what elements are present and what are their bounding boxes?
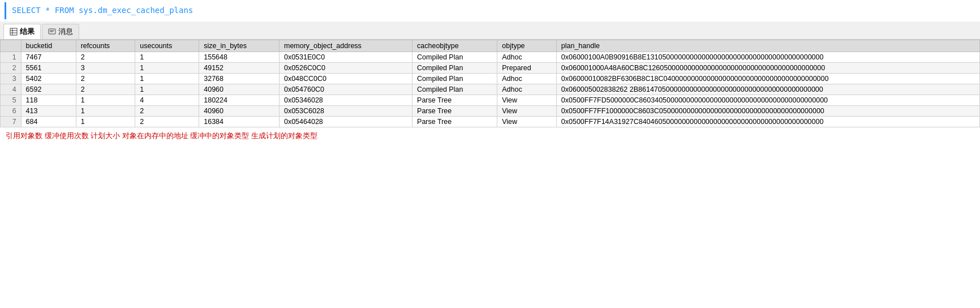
sql-area: SELECT * FROM sys.dm_exec_cached_plans (5, 2, 975, 19)
cell-usecounts: 1 (135, 52, 199, 63)
table-row: 4659221409600x054760C0Compiled PlanAdhoc… (1, 84, 980, 95)
cell-plan_handle: 0x0500FF7F14A31927C840460500000000000000… (556, 117, 979, 127)
cell-usecounts: 2 (135, 117, 199, 127)
table-icon (10, 28, 18, 36)
cell-memory_object_address: 0x053C6028 (279, 106, 412, 117)
cell-size_in_bytes: 40960 (199, 106, 280, 117)
cell-memory_object_address: 0x054760C0 (279, 84, 412, 95)
col-memory-object-address: memory_object_address (279, 40, 412, 52)
cell-memory_object_address: 0x05464028 (279, 117, 412, 127)
cell-refcounts: 1 (76, 106, 135, 117)
cell-refcounts: 2 (76, 84, 135, 95)
cell-bucketid: 6592 (21, 84, 76, 95)
cell-objtype: Adhoc (497, 84, 557, 95)
cell-plan_handle: 0x0500FF7FF1000000C8603C0500000000000000… (556, 106, 979, 117)
cell-objtype: View (497, 117, 557, 127)
row-num-cell: 1 (1, 52, 22, 63)
cell-cacheobjtype: Compiled Plan (412, 52, 497, 63)
table-row: 5118141802240x05346028Parse TreeView0x05… (1, 95, 980, 106)
table-row: 2556131491520x0526C0C0Compiled PlanPrepa… (1, 63, 980, 74)
cell-bucketid: 118 (21, 95, 76, 106)
cell-refcounts: 2 (76, 74, 135, 84)
results-area: bucketid refcounts usecounts size_in_byt… (0, 40, 980, 127)
message-icon (48, 28, 56, 36)
col-plan-handle: plan_handle (556, 40, 979, 52)
cell-size_in_bytes: 16384 (199, 117, 280, 127)
cell-plan_handle: 0x060005002838262 2B86147050000000000000… (556, 84, 979, 95)
cell-size_in_bytes: 40960 (199, 84, 280, 95)
col-objtype: objtype (497, 40, 557, 52)
cell-objtype: View (497, 106, 557, 117)
cell-cacheobjtype: Compiled Plan (412, 74, 497, 84)
annotations-text: 引用对象数 缓冲使用次数 计划大小 对象在内存中的地址 缓冲中的对象类型 生成计… (6, 131, 317, 140)
col-rownum (1, 40, 22, 52)
cell-bucketid: 413 (21, 106, 76, 117)
table-header-row: bucketid refcounts usecounts size_in_byt… (1, 40, 980, 52)
cell-usecounts: 1 (135, 74, 199, 84)
cell-refcounts: 3 (76, 63, 135, 74)
cell-usecounts: 2 (135, 106, 199, 117)
cell-cacheobjtype: Parse Tree (412, 95, 497, 106)
col-cacheobjtype: cacheobjtype (412, 40, 497, 52)
svg-rect-0 (10, 28, 17, 35)
cell-size_in_bytes: 32768 (199, 74, 280, 84)
cell-refcounts: 1 (76, 117, 135, 127)
cell-memory_object_address: 0x0526C0C0 (279, 63, 412, 74)
tab-results[interactable]: 结果 (3, 24, 41, 39)
tab-results-label: 结果 (20, 27, 35, 37)
tab-messages[interactable]: 消息 (42, 24, 79, 39)
cell-size_in_bytes: 49152 (199, 63, 280, 74)
cell-refcounts: 2 (76, 52, 135, 63)
table-row: 3540221327680x048CC0C0Compiled PlanAdhoc… (1, 74, 980, 84)
row-num-cell: 2 (1, 63, 22, 74)
cell-bucketid: 5402 (21, 74, 76, 84)
cell-usecounts: 1 (135, 63, 199, 74)
table-row: 768412163840x05464028Parse TreeView0x050… (1, 117, 980, 127)
col-refcounts: refcounts (76, 40, 135, 52)
col-bucketid: bucketid (21, 40, 76, 52)
cell-size_in_bytes: 155648 (199, 52, 280, 63)
col-size-in-bytes: size_in_bytes (199, 40, 280, 52)
cell-usecounts: 4 (135, 95, 199, 106)
row-num-cell: 7 (1, 117, 22, 127)
table-row: 17467211556480x0531E0C0Compiled PlanAdho… (1, 52, 980, 63)
tabs-bar: 结果 消息 (0, 22, 980, 40)
cell-plan_handle: 0x0500FF7FD5000000C860340500000000000000… (556, 95, 979, 106)
cell-plan_handle: 0x060001000A48A60CB8C1260500000000000000… (556, 63, 979, 74)
cell-memory_object_address: 0x05346028 (279, 95, 412, 106)
cell-memory_object_address: 0x0531E0C0 (279, 52, 412, 63)
cell-plan_handle: 0x06000010082BF6306B8C18C040000000000000… (556, 74, 979, 84)
cell-usecounts: 1 (135, 84, 199, 95)
cell-size_in_bytes: 180224 (199, 95, 280, 106)
cell-objtype: Prepared (497, 63, 557, 74)
cell-cacheobjtype: Parse Tree (412, 117, 497, 127)
cell-cacheobjtype: Parse Tree (412, 106, 497, 117)
annotations-row: 引用对象数 缓冲使用次数 计划大小 对象在内存中的地址 缓冲中的对象类型 生成计… (0, 127, 980, 144)
cell-refcounts: 1 (76, 95, 135, 106)
cell-bucketid: 5561 (21, 63, 76, 74)
cell-cacheobjtype: Compiled Plan (412, 63, 497, 74)
row-num-cell: 6 (1, 106, 22, 117)
col-usecounts: usecounts (135, 40, 199, 52)
sql-query: SELECT * FROM sys.dm_exec_cached_plans (12, 6, 193, 15)
cell-objtype: Adhoc (497, 52, 557, 63)
cell-objtype: View (497, 95, 557, 106)
row-num-cell: 3 (1, 74, 22, 84)
cell-memory_object_address: 0x048CC0C0 (279, 74, 412, 84)
data-table: bucketid refcounts usecounts size_in_byt… (0, 40, 980, 127)
cell-bucketid: 684 (21, 117, 76, 127)
row-num-cell: 5 (1, 95, 22, 106)
cell-objtype: Adhoc (497, 74, 557, 84)
cell-cacheobjtype: Compiled Plan (412, 84, 497, 95)
cell-plan_handle: 0x06000100A0B90916B8E1310500000000000000… (556, 52, 979, 63)
tab-messages-label: 消息 (58, 27, 73, 37)
cell-bucketid: 7467 (21, 52, 76, 63)
row-num-cell: 4 (1, 84, 22, 95)
table-row: 641312409600x053C6028Parse TreeView0x050… (1, 106, 980, 117)
